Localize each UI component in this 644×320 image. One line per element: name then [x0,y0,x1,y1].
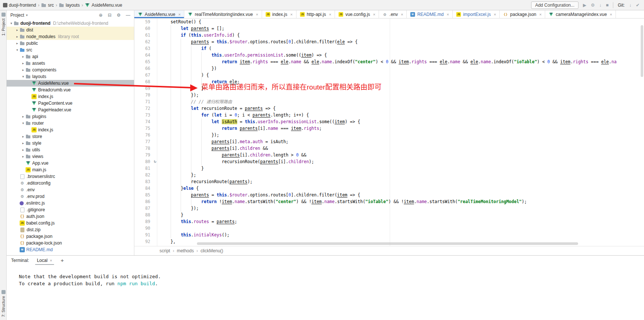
gutter-line-number[interactable]: 92 [134,238,157,245]
build-icon[interactable]: ⚙ [591,3,595,7]
tree-item[interactable]: ▸style [7,140,134,146]
chevron-right-icon[interactable]: ▸ [15,41,20,45]
tree-item[interactable]: ▸api [7,53,134,60]
gutter-line-number[interactable]: 80↻ [134,158,157,165]
tree-item[interactable]: AsideMenu.vue [7,80,134,87]
terminal-output[interactable]: Note that the development build is not o… [7,265,644,287]
hide-panel-icon[interactable]: — [126,13,130,18]
code-line[interactable]: parents[i].children && [157,145,644,152]
terminal-tab-local[interactable]: Local × [35,256,54,265]
code-line[interactable]: parents = this.$router.options.routes[0]… [157,192,644,198]
gutter-line-number[interactable]: 63 [134,45,157,52]
tab-close-icon[interactable]: × [539,12,541,17]
tool-button-structure[interactable]: 7: Structure [0,290,7,317]
editor-tab[interactable]: AsideMenu.vue× [134,10,184,18]
gutter-line-number[interactable]: 84 [134,185,157,192]
chevron-right-icon[interactable]: ▸ [21,68,26,72]
tree-item[interactable]: ▸assets [7,60,134,67]
tree-item[interactable]: JSmain.js [7,166,134,173]
tab-close-icon[interactable]: × [290,12,292,17]
tree-item[interactable]: .browserslistrc [7,173,134,180]
tree-item[interactable]: .gitignore [7,206,134,213]
tree-item[interactable]: ▸components [7,67,134,73]
code-line[interactable]: this.routes = parents; [157,218,644,225]
editor-tab[interactable]: JSindex.js× [262,10,296,18]
gutter-line-number[interactable]: 87 [134,205,157,212]
code-line[interactable] [157,225,644,232]
breadcrumb-item[interactable]: duoji-frontend [3,3,36,8]
code-line[interactable]: return ele; [157,78,644,85]
tree-item[interactable]: ▸utils [7,146,134,153]
tab-close-icon[interactable]: × [610,12,612,17]
chevron-down-icon[interactable]: ▾ [9,21,14,25]
tree-item[interactable]: ▸plugins [7,113,134,120]
chevron-down-icon[interactable]: ▾ [15,48,20,52]
tree-item[interactable]: ⚙.editorconfig [7,180,134,186]
tree-item[interactable]: JSindex.js [7,127,134,133]
code-line[interactable]: } [157,212,644,218]
chevron-right-icon[interactable]: ▸ [15,28,20,32]
tab-close-icon[interactable]: × [256,12,258,17]
run-icon[interactable]: ▶ [583,3,586,7]
code-line[interactable]: }); [157,205,644,212]
code-line[interactable]: return item.rights === ele.name && ele.n… [157,58,644,65]
gutter-line-number[interactable]: 81 [134,165,157,172]
tree-item[interactable]: {}package.json [7,233,134,240]
new-terminal-tab-button[interactable]: + [61,257,64,263]
tab-close-icon[interactable]: × [373,12,375,17]
tree-item[interactable]: ▸public [7,40,134,47]
tree-item[interactable]: dist.zip [7,226,134,233]
tree-item[interactable]: JSindex.js [7,93,134,100]
code-line[interactable]: parents[i].children.length > 0 && [157,152,644,158]
gutter-line-number[interactable]: 88 [134,212,157,218]
gutter-line-number[interactable]: 73 [134,112,157,118]
chevron-down-icon[interactable]: ▾ [21,75,26,78]
code-line[interactable]: recursionRoute(parents); [157,178,644,185]
tree-item[interactable]: ▸store [7,133,134,140]
tree-item[interactable]: PageContent.vue [7,100,134,107]
code-line[interactable]: return !item.name.startsWith("center") &… [157,198,644,205]
chevron-right-icon[interactable]: ▸ [15,35,20,38]
stop-icon[interactable]: ■ [606,3,608,7]
tree-item[interactable]: MREADME.md [7,246,134,253]
code-line[interactable]: return parents[i].name === item.rights; [157,125,644,132]
tree-item[interactable]: ▸views [7,153,134,160]
code-line[interactable]: parents[i].meta.auth = isAuth; [157,138,644,145]
tree-item[interactable]: ▾duoji-frontendD:\zheheWeb\duoji-fronten… [7,20,134,27]
gutter-line-number[interactable]: 62 [134,38,157,45]
gutter-line-number[interactable]: 60 [134,25,157,32]
code-line[interactable]: let recursionRoute = parents => { [157,105,644,112]
editor-tab[interactable]: {}package.json× [500,10,545,18]
editor-tab[interactable]: ⚙.env× [379,10,407,18]
code-line[interactable]: if ( [157,45,644,52]
tab-close-icon[interactable]: × [329,12,331,17]
project-panel-title[interactable]: Project [10,13,24,18]
gutter-line-number[interactable]: 68 [134,78,157,85]
code-line[interactable]: // // 递归权限路由 [157,98,644,105]
tab-close-icon[interactable]: × [447,12,449,17]
gutter-line-number[interactable]: 65 [134,58,157,65]
breadcrumb-item[interactable]: AsideMenu.vue [85,3,122,8]
vertical-scrollbar[interactable] [641,25,643,77]
git-commit-icon[interactable]: ✔ [636,3,640,7]
editor-tab[interactable]: JSvue.config.js× [335,10,379,18]
tree-item[interactable]: ▾src [7,47,134,53]
tree-item[interactable]: ▾router [7,120,134,127]
breadcrumb-item[interactable]: clickMenu() [201,248,223,253]
chevron-right-icon[interactable]: ▸ [21,148,26,152]
code-line[interactable]: this.userInfo.permissionList.some((item)… [157,52,644,58]
gutter-line-number[interactable]: 78 [134,145,157,152]
gutter-line-number[interactable]: 66 [134,65,157,72]
code-line[interactable]: } [157,85,644,92]
gutter-line-number[interactable]: 83 [134,178,157,185]
gutter-line-number[interactable]: 89 [134,218,157,225]
gutter-line-number[interactable]: 79 [134,152,157,158]
code-line[interactable]: }) [157,65,644,72]
chevron-right-icon[interactable]: ▸ [21,155,26,158]
chevron-right-icon[interactable]: ▸ [21,61,26,65]
code-line[interactable]: ) { [157,72,644,78]
tree-item[interactable]: .eslintrc.js [7,200,134,206]
gutter-line-number[interactable]: 86 [134,198,157,205]
locate-file-icon[interactable]: ⊕ [99,13,103,18]
gutter-line-number[interactable]: 70 [134,92,157,98]
